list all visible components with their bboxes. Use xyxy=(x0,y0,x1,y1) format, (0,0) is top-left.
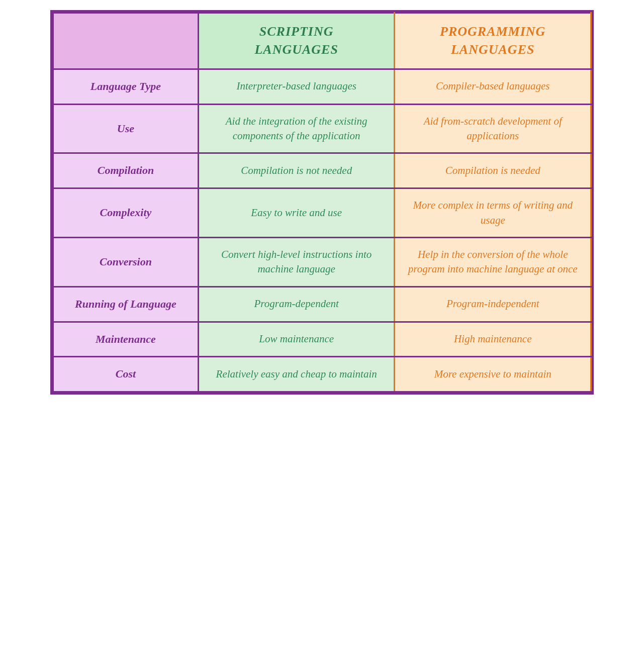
table-row: Running of LanguageProgram-dependentProg… xyxy=(53,287,591,322)
scripting-cell: Aid the integration of the existing comp… xyxy=(198,104,395,153)
param-cell: Complexity xyxy=(53,188,199,238)
programming-cell: Aid from-scratch development of applicat… xyxy=(395,104,591,153)
scripting-cell: Interpreter-based languages xyxy=(198,69,395,104)
table-row: CostRelatively easy and cheap to maintai… xyxy=(53,357,591,392)
scripting-cell: Easy to write and use xyxy=(198,188,395,238)
programming-cell: Program-independent xyxy=(395,287,591,322)
table-row: UseAid the integration of the existing c… xyxy=(53,104,591,153)
param-cell: Maintenance xyxy=(53,322,199,357)
comparison-table: SCRIPTINGLANGUAGES PROGRAMMINGLANGUAGES … xyxy=(50,10,594,395)
scripting-cell: Convert high-level instructions into mac… xyxy=(198,237,395,287)
programming-cell: High maintenance xyxy=(395,322,591,357)
scripting-cell: Low maintenance xyxy=(198,322,395,357)
table-row: Language TypeInterpreter-based languages… xyxy=(53,69,591,104)
programming-cell: More expensive to maintain xyxy=(395,357,591,392)
scripting-cell: Relatively easy and cheap to maintain xyxy=(198,357,395,392)
programming-cell: More complex in terms of writing and usa… xyxy=(395,188,591,238)
programming-cell: Help in the conversion of the whole prog… xyxy=(395,237,591,287)
param-cell: Conversion xyxy=(53,237,199,287)
scripting-cell: Program-dependent xyxy=(198,287,395,322)
programming-cell: Compiler-based languages xyxy=(395,69,591,104)
header-scripting: SCRIPTINGLANGUAGES xyxy=(198,13,395,69)
table-row: MaintenanceLow maintenanceHigh maintenan… xyxy=(53,322,591,357)
param-cell: Language Type xyxy=(53,69,199,104)
header-parameters xyxy=(53,13,199,69)
table-row: ConversionConvert high-level instruction… xyxy=(53,237,591,287)
param-cell: Use xyxy=(53,104,199,153)
scripting-cell: Compilation is not needed xyxy=(198,153,395,188)
param-cell: Running of Language xyxy=(53,287,199,322)
param-cell: Cost xyxy=(53,357,199,392)
table-row: ComplexityEasy to write and useMore comp… xyxy=(53,188,591,238)
header-programming: PROGRAMMINGLANGUAGES xyxy=(395,13,591,69)
programming-cell: Compilation is needed xyxy=(395,153,591,188)
table-row: CompilationCompilation is not neededComp… xyxy=(53,153,591,188)
param-cell: Compilation xyxy=(53,153,199,188)
